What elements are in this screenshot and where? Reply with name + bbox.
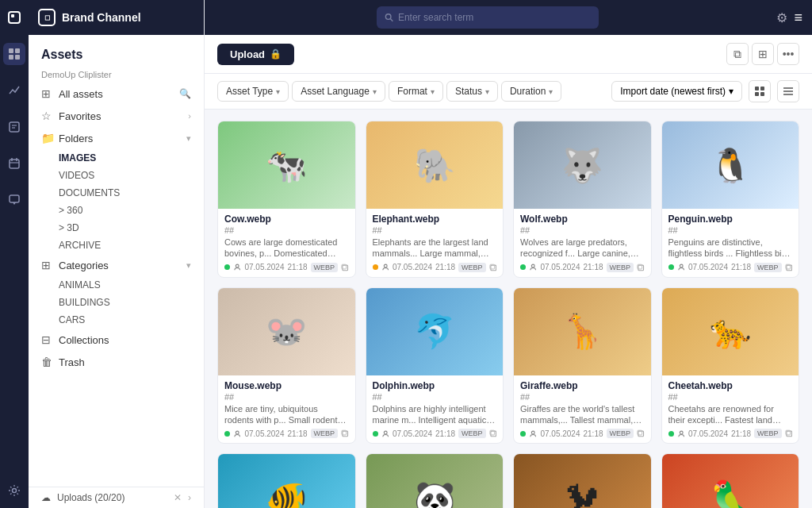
collections-icon: ⊟ bbox=[41, 333, 54, 346]
nav-analytics-icon[interactable] bbox=[3, 79, 25, 102]
asset-card[interactable]: 🐺 Wolf.webp ## Wolves are large predator… bbox=[513, 121, 652, 278]
sidebar-item-trash[interactable]: 🗑 Trash bbox=[29, 351, 204, 373]
sidebar-item-360[interactable]: > 360 bbox=[52, 202, 204, 219]
sidebar-item-documents[interactable]: DOCUMENTS bbox=[52, 184, 204, 202]
upload-progress-bar: ☁ Uploads (20/20) ✕ › bbox=[29, 487, 204, 508]
list-view-btn[interactable] bbox=[777, 80, 799, 102]
upload-button[interactable]: Upload 🔒 bbox=[217, 44, 294, 65]
asset-time: 21:18 bbox=[287, 429, 307, 438]
nav-logo-icon bbox=[3, 6, 25, 29]
asset-time: 21:18 bbox=[731, 263, 751, 271]
asset-type-chevron: ▾ bbox=[276, 87, 280, 96]
svg-rect-17 bbox=[755, 87, 759, 90]
format-filter[interactable]: Format ▾ bbox=[389, 81, 443, 102]
svg-point-42 bbox=[531, 431, 534, 434]
upload-label: Upload bbox=[230, 48, 265, 60]
asset-thumbnail: 🐭 bbox=[218, 288, 355, 375]
layout-icon-btn[interactable]: ⊞ bbox=[752, 43, 774, 65]
sidebar-item-buildings[interactable]: BUILDINGS bbox=[52, 294, 204, 311]
sidebar-item-images[interactable]: IMAGES bbox=[52, 149, 204, 167]
asset-card[interactable]: 🐿 Squirrel.webp ## Squirrels are nimble … bbox=[513, 453, 652, 508]
svg-rect-5 bbox=[15, 55, 20, 60]
content-area: Upload 🔒 ⧉ ⊞ ••• Asset Type ▾ Asset Lang… bbox=[205, 35, 812, 508]
asset-date: 07.05.2024 bbox=[393, 263, 432, 271]
sidebar-item-archive[interactable]: ARCHIVE bbox=[52, 237, 204, 254]
asset-thumbnail: 🐼 bbox=[366, 454, 504, 508]
duration-filter[interactable]: Duration ▾ bbox=[501, 81, 561, 102]
asset-desc: Cheetahs are renowned for their excepti.… bbox=[668, 403, 793, 426]
copy-icon-btn[interactable]: ⧉ bbox=[726, 43, 749, 65]
asset-info: Cow.webp ## Cows are large domesticated … bbox=[218, 209, 355, 277]
asset-card[interactable]: 🐠 Tropical fish.webp ## Tropical fish ar… bbox=[217, 453, 356, 508]
svg-rect-43 bbox=[638, 431, 644, 437]
nav-settings-icon[interactable] bbox=[3, 479, 25, 502]
nav-calendar-icon[interactable] bbox=[3, 152, 25, 175]
asset-card[interactable]: 🦜 Parrot.webp ## Parrots are vibrant, in… bbox=[661, 453, 800, 508]
sidebar-item-cars[interactable]: CARS bbox=[52, 311, 204, 329]
svg-point-15 bbox=[385, 14, 391, 20]
status-dot bbox=[520, 431, 526, 437]
assets-section-title: Assets bbox=[29, 44, 204, 68]
svg-rect-18 bbox=[760, 87, 764, 90]
toolbar: Upload 🔒 ⧉ ⊞ ••• bbox=[205, 35, 812, 74]
svg-rect-34 bbox=[786, 265, 791, 271]
filter-icon[interactable]: ⚙ bbox=[776, 10, 787, 25]
status-filter[interactable]: Status ▾ bbox=[446, 81, 498, 102]
user-icon bbox=[233, 263, 241, 271]
asset-card[interactable]: 🐄 Cow.webp ## Cows are large domesticate… bbox=[217, 121, 356, 278]
asset-card[interactable]: 🐼 Panda.webp ## Giant pandas are distinc… bbox=[366, 453, 504, 508]
status-dot bbox=[668, 264, 674, 270]
categories-sub: ANIMALS BUILDINGS CARS bbox=[29, 276, 204, 329]
asset-card[interactable]: 🐭 Mouse.webp ## Mice are tiny, ubiquitou… bbox=[217, 287, 356, 444]
menu-icon[interactable]: ≡ bbox=[794, 10, 802, 26]
sidebar-item-collections[interactable]: ⊟ Collections bbox=[29, 329, 204, 351]
expand-icon[interactable]: › bbox=[188, 492, 191, 503]
asset-desc: Mice are tiny, ubiquitous rodents with p… bbox=[224, 403, 349, 426]
asset-time: 21:18 bbox=[583, 263, 603, 271]
sidebar-item-animals[interactable]: ANIMALS bbox=[52, 276, 204, 294]
format-chevron: ▾ bbox=[431, 87, 435, 96]
asset-tags: ## bbox=[373, 392, 497, 402]
sort-button[interactable]: Import date (newest first) ▾ bbox=[611, 81, 742, 102]
user-icon bbox=[677, 429, 685, 438]
asset-thumbnail: 🐺 bbox=[514, 121, 651, 209]
asset-card[interactable]: 🐘 Elephant.webp ## Elephants are the lar… bbox=[366, 121, 504, 278]
sidebar-item-3d[interactable]: > 3D bbox=[52, 219, 204, 237]
asset-language-filter[interactable]: Asset Language ▾ bbox=[292, 81, 385, 102]
grid-view-btn[interactable] bbox=[749, 80, 771, 102]
asset-meta: 07.05.2024 21:18 WEBP bbox=[224, 429, 349, 438]
search-icon-topbar bbox=[385, 13, 393, 22]
search-icon[interactable]: 🔍 bbox=[179, 88, 191, 99]
asset-format-badge: WEBP bbox=[311, 263, 339, 272]
nav-assets-icon[interactable] bbox=[3, 43, 25, 65]
svg-point-30 bbox=[531, 264, 534, 267]
duration-label: Duration bbox=[510, 86, 546, 97]
nav-chat-icon[interactable] bbox=[3, 189, 25, 211]
more-icon-btn[interactable]: ••• bbox=[777, 43, 799, 65]
asset-type-filter[interactable]: Asset Type ▾ bbox=[217, 81, 289, 102]
asset-time: 21:18 bbox=[583, 429, 603, 438]
sidebar-item-favorites[interactable]: ☆ Favorites › bbox=[29, 105, 204, 127]
asset-card[interactable]: 🐬 Dolphin.webp ## Dolphins are highly in… bbox=[366, 287, 504, 444]
asset-thumbnail: 🐆 bbox=[662, 288, 799, 375]
sidebar-item-folders[interactable]: 📁 Folders ▾ bbox=[29, 127, 204, 149]
sidebar-item-all-assets[interactable]: ⊞ All assets 🔍 bbox=[29, 83, 204, 105]
user-icon bbox=[529, 429, 537, 438]
sidebar-item-videos[interactable]: VIDEOS bbox=[52, 167, 204, 184]
asset-card[interactable]: 🐆 Cheetah.webp ## Cheetahs are renowned … bbox=[661, 287, 800, 444]
asset-grid: 🐄 Cow.webp ## Cows are large domesticate… bbox=[205, 110, 812, 508]
asset-date: 07.05.2024 bbox=[244, 263, 284, 271]
asset-tags: ## bbox=[373, 225, 497, 235]
asset-desc: Elephants are the largest land mammals..… bbox=[373, 237, 497, 260]
asset-info: Penguin.webp ## Penguins are distinctive… bbox=[662, 209, 799, 277]
asset-info: Wolf.webp ## Wolves are large predators,… bbox=[514, 209, 651, 277]
asset-card[interactable]: 🐧 Penguin.webp ## Penguins are distincti… bbox=[661, 121, 800, 278]
nav-tasks-icon[interactable] bbox=[3, 116, 25, 138]
close-icon[interactable]: ✕ bbox=[174, 492, 182, 503]
filter-right: Import date (newest first) ▾ bbox=[611, 80, 799, 102]
sidebar-item-categories[interactable]: ⊞ Categories ▾ bbox=[29, 254, 204, 276]
asset-language-label: Asset Language bbox=[301, 86, 370, 97]
chevron-right-icon: › bbox=[188, 111, 191, 121]
asset-card[interactable]: 🦒 Giraffe.webp ## Giraffes are the world… bbox=[513, 287, 652, 444]
search-input[interactable] bbox=[398, 12, 591, 23]
